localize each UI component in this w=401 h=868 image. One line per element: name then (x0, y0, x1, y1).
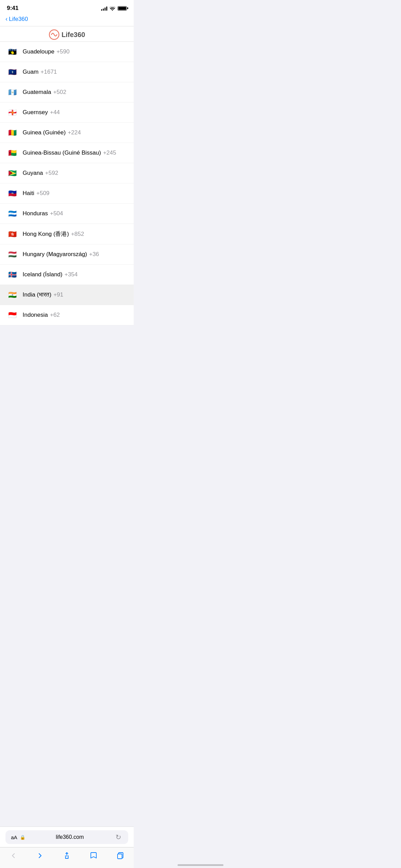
flag-haiti: 🇭🇹 (7, 190, 18, 197)
country-name-india: India (भारत) (23, 291, 51, 298)
nav-bar: ‹ Life360 (0, 14, 134, 26)
back-chevron-icon: ‹ (5, 15, 8, 23)
flag-hungary: 🇭🇺 (7, 251, 18, 258)
country-item-guam[interactable]: 🇬🇺Guam+1671 (0, 62, 134, 82)
country-item-guinea-bissau[interactable]: 🇬🇼Guinea-Bissau (Guiné Bissau)+245 (0, 143, 134, 163)
country-item-guyana[interactable]: 🇬🇾Guyana+592 (0, 163, 134, 183)
country-name-guatemala: Guatemala (23, 89, 51, 96)
country-item-guadeloupe[interactable]: 🇬🇵Guadeloupe+590 (0, 42, 134, 62)
country-code-indonesia: +62 (50, 312, 60, 318)
signal-icon (101, 6, 107, 11)
flag-india: 🇮🇳 (7, 291, 18, 299)
status-time: 9:41 (7, 5, 19, 12)
flag-guinea-bissau: 🇬🇼 (7, 149, 18, 157)
country-code-guinea: +224 (68, 129, 81, 136)
country-code-guatemala: +502 (53, 89, 66, 96)
flag-hongkong: 🇭🇰 (7, 230, 18, 238)
wifi-icon (109, 6, 116, 11)
country-name-guyana: Guyana (23, 170, 43, 177)
back-label: Life360 (9, 16, 28, 23)
country-item-guatemala[interactable]: 🇬🇹Guatemala+502 (0, 82, 134, 103)
app-title-label: Life360 (62, 31, 85, 39)
country-item-iceland[interactable]: 🇮🇸Iceland (Ísland)+354 (0, 265, 134, 285)
country-code-guyana: +592 (45, 170, 58, 177)
flag-iceland: 🇮🇸 (7, 271, 18, 278)
flag-guam: 🇬🇺 (7, 68, 18, 76)
battery-icon (118, 6, 127, 11)
country-item-india[interactable]: 🇮🇳India (भारत)+91 (0, 285, 134, 305)
country-item-guernsey[interactable]: 🇬🇬Guernsey+44 (0, 103, 134, 123)
status-bar: 9:41 (0, 0, 134, 14)
country-code-guernsey: +44 (50, 109, 60, 116)
country-code-india: +91 (53, 291, 63, 298)
country-list: 🇬🇵Guadeloupe+590🇬🇺Guam+1671🇬🇹Guatemala+5… (0, 42, 134, 325)
app-logo: Life360 (49, 29, 85, 40)
country-item-indonesia[interactable]: 🇮🇩Indonesia+62 (0, 305, 134, 325)
status-icons (101, 6, 127, 11)
country-item-haiti[interactable]: 🇭🇹Haiti+509 (0, 183, 134, 204)
country-code-hungary: +36 (89, 251, 99, 258)
country-name-hongkong: Hong Kong (香港) (23, 230, 69, 238)
country-name-guam: Guam (23, 69, 38, 75)
country-name-guadeloupe: Guadeloupe (23, 48, 54, 55)
flag-indonesia: 🇮🇩 (7, 311, 18, 319)
country-code-guam: +1671 (40, 69, 57, 75)
country-name-indonesia: Indonesia (23, 312, 48, 318)
country-name-iceland: Iceland (Ísland) (23, 271, 62, 278)
life360-logo-icon (49, 29, 60, 40)
flag-guadeloupe: 🇬🇵 (7, 48, 18, 56)
country-code-haiti: +509 (36, 190, 49, 197)
country-code-guadeloupe: +590 (57, 48, 70, 55)
country-name-guinea-bissau: Guinea-Bissau (Guiné Bissau) (23, 149, 101, 156)
country-name-hungary: Hungary (Magyarország) (23, 251, 87, 258)
flag-guernsey: 🇬🇬 (7, 109, 18, 116)
country-item-guinea[interactable]: 🇬🇳Guinea (Guinée)+224 (0, 123, 134, 143)
country-code-guinea-bissau: +245 (103, 149, 116, 156)
app-header: Life360 (0, 26, 134, 42)
country-name-guernsey: Guernsey (23, 109, 48, 116)
country-code-honduras: +504 (50, 210, 63, 217)
flag-guyana: 🇬🇾 (7, 169, 18, 177)
country-item-hongkong[interactable]: 🇭🇰Hong Kong (香港)+852 (0, 224, 134, 244)
country-name-haiti: Haiti (23, 190, 34, 197)
flag-guatemala: 🇬🇹 (7, 88, 18, 96)
country-item-honduras[interactable]: 🇭🇳Honduras+504 (0, 204, 134, 224)
back-button[interactable]: ‹ Life360 (5, 16, 28, 23)
country-name-guinea: Guinea (Guinée) (23, 129, 66, 136)
flag-guinea: 🇬🇳 (7, 129, 18, 136)
flag-honduras: 🇭🇳 (7, 210, 18, 217)
country-item-hungary[interactable]: 🇭🇺Hungary (Magyarország)+36 (0, 244, 134, 265)
country-code-hongkong: +852 (71, 231, 84, 238)
country-name-honduras: Honduras (23, 210, 48, 217)
country-code-iceland: +354 (64, 271, 77, 278)
